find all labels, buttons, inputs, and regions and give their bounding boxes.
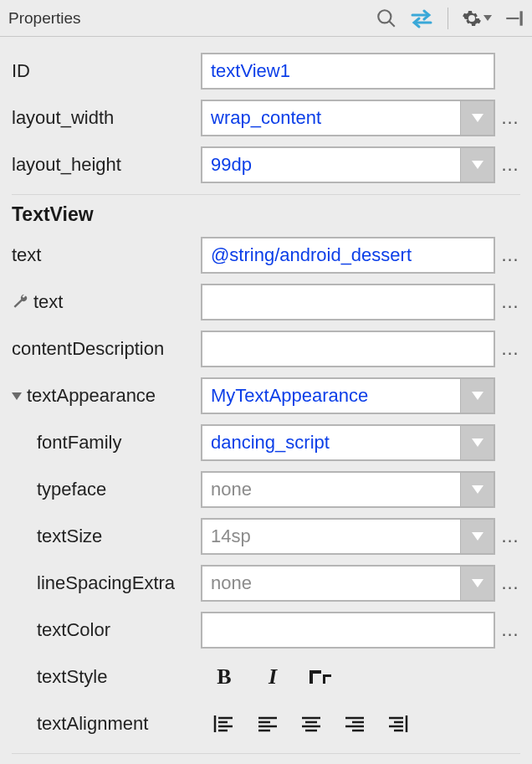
row-text-style: textStyle B I bbox=[12, 654, 520, 700]
row-text-size: textSize 14sp … bbox=[12, 514, 520, 559]
row-tools-text: text … bbox=[12, 279, 520, 325]
more-layout-width[interactable]: … bbox=[500, 107, 520, 129]
text-style-toggles: B I bbox=[201, 662, 336, 692]
chevron-down-icon bbox=[460, 567, 494, 600]
expand-icon[interactable] bbox=[12, 392, 22, 400]
label-text-alignment: textAlignment bbox=[12, 713, 201, 735]
label-text-color: textColor bbox=[12, 619, 201, 641]
bold-toggle[interactable]: B bbox=[209, 662, 239, 692]
label-content-description: contentDescription bbox=[12, 338, 201, 360]
select-typeface[interactable]: none bbox=[201, 471, 495, 508]
label-font-family: fontFamily bbox=[12, 432, 201, 454]
select-text-size-value: 14sp bbox=[211, 526, 460, 547]
label-tools-text: text bbox=[12, 291, 201, 313]
align-viewstart-toggle[interactable] bbox=[209, 709, 239, 739]
row-font-family: fontFamily dancing_script bbox=[12, 420, 520, 465]
align-right-toggle[interactable] bbox=[340, 709, 370, 739]
select-text-appearance-value: MyTextAppearance bbox=[211, 385, 460, 407]
chevron-down-icon bbox=[460, 148, 494, 182]
select-line-spacing[interactable]: none bbox=[201, 565, 495, 602]
select-text-appearance[interactable]: MyTextAppearance bbox=[201, 377, 495, 414]
wrench-icon bbox=[12, 294, 28, 310]
label-tools-text-text: text bbox=[33, 291, 63, 313]
more-layout-height[interactable]: … bbox=[500, 154, 520, 176]
text-alignment-toggles bbox=[201, 709, 413, 739]
select-typeface-value: none bbox=[211, 479, 460, 500]
select-layout-height-value: 99dp bbox=[211, 154, 460, 176]
label-text-appearance: textAppearance bbox=[12, 385, 201, 407]
properties-content: ID textView1 layout_width wrap_content …… bbox=[0, 37, 532, 754]
minimize-icon[interactable] bbox=[504, 8, 525, 29]
select-line-spacing-value: none bbox=[211, 572, 460, 594]
label-text-size: textSize bbox=[12, 526, 201, 547]
chevron-down-icon bbox=[460, 101, 494, 135]
panel-title: Properties bbox=[8, 9, 376, 28]
align-viewend-toggle[interactable] bbox=[383, 709, 413, 739]
label-line-spacing: lineSpacingExtra bbox=[12, 572, 201, 594]
chevron-down-icon bbox=[460, 426, 494, 459]
row-text-color: textColor … bbox=[12, 608, 520, 653]
row-text: text @string/android_dessert … bbox=[12, 233, 520, 278]
more-text-size[interactable]: … bbox=[500, 526, 520, 547]
select-font-family[interactable]: dancing_script bbox=[201, 424, 495, 461]
input-text-color[interactable] bbox=[201, 612, 495, 649]
more-tools-text[interactable]: … bbox=[500, 291, 520, 313]
label-layout-height: layout_height bbox=[12, 154, 201, 176]
chevron-down-icon bbox=[460, 379, 494, 413]
gear-icon[interactable] bbox=[462, 8, 492, 28]
align-left-toggle[interactable] bbox=[253, 709, 283, 739]
chevron-down-icon bbox=[460, 520, 494, 553]
row-content-description: contentDescription … bbox=[12, 326, 520, 372]
panel-header: Properties bbox=[0, 0, 532, 37]
label-text-style: textStyle bbox=[12, 666, 201, 688]
more-content-description[interactable]: … bbox=[500, 338, 520, 360]
row-text-alignment: textAlignment bbox=[12, 701, 520, 746]
svg-point-0 bbox=[378, 10, 391, 23]
label-text-appearance-text: textAppearance bbox=[27, 385, 156, 407]
section-divider-bottom bbox=[12, 753, 520, 754]
select-text-size[interactable]: 14sp bbox=[201, 518, 495, 555]
more-text[interactable]: … bbox=[500, 244, 520, 266]
swap-icon[interactable] bbox=[409, 8, 434, 29]
section-title-textview: TextView bbox=[12, 203, 520, 226]
label-text: text bbox=[12, 244, 201, 266]
align-center-toggle[interactable] bbox=[296, 709, 326, 739]
input-tools-text[interactable] bbox=[201, 284, 495, 320]
row-typeface: typeface none bbox=[12, 467, 520, 512]
row-id: ID textView1 bbox=[12, 49, 520, 94]
row-text-appearance: textAppearance MyTextAppearance bbox=[12, 373, 520, 418]
more-line-spacing[interactable]: … bbox=[500, 572, 520, 594]
label-id: ID bbox=[12, 60, 201, 82]
row-layout-height: layout_height 99dp … bbox=[12, 142, 520, 187]
label-layout-width: layout_width bbox=[12, 107, 201, 129]
chevron-down-icon bbox=[460, 473, 494, 506]
input-content-description[interactable] bbox=[201, 331, 495, 367]
label-typeface: typeface bbox=[12, 479, 201, 500]
select-layout-width[interactable]: wrap_content bbox=[201, 100, 495, 136]
select-layout-width-value: wrap_content bbox=[211, 107, 460, 129]
toolbar-divider bbox=[448, 8, 448, 29]
italic-toggle[interactable]: I bbox=[258, 662, 288, 692]
svg-line-1 bbox=[389, 21, 395, 27]
section-divider bbox=[12, 194, 520, 195]
svg-rect-5 bbox=[520, 11, 523, 25]
select-font-family-value: dancing_script bbox=[211, 432, 460, 454]
search-icon[interactable] bbox=[376, 8, 397, 29]
input-id[interactable]: textView1 bbox=[201, 53, 495, 90]
select-layout-height[interactable]: 99dp bbox=[201, 146, 495, 183]
row-layout-width: layout_width wrap_content … bbox=[12, 95, 520, 141]
header-toolbar bbox=[376, 8, 525, 29]
input-text[interactable]: @string/android_dessert bbox=[201, 237, 495, 274]
textcase-toggle[interactable] bbox=[306, 662, 336, 692]
more-text-color[interactable]: … bbox=[500, 619, 520, 641]
row-line-spacing: lineSpacingExtra none … bbox=[12, 561, 520, 606]
